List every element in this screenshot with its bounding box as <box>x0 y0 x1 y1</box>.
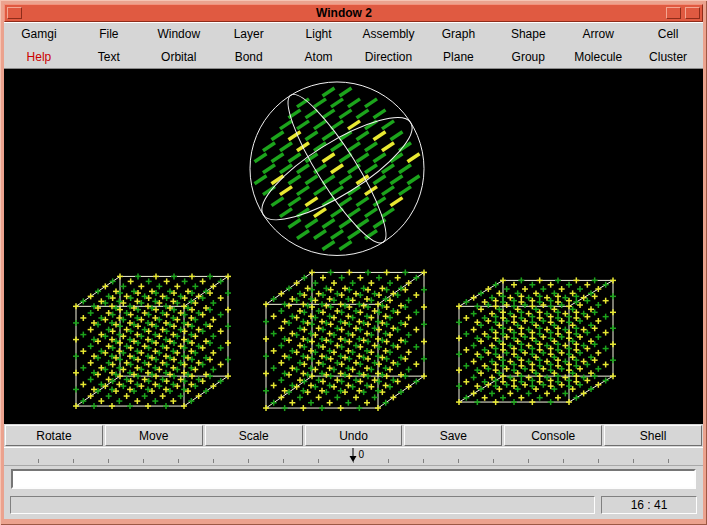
menu-row-top: Gamgi File Window Layer Light Assembly G… <box>4 22 703 45</box>
menu-item-shape[interactable]: Shape <box>493 22 563 45</box>
menu-item-gamgi[interactable]: Gamgi <box>4 22 74 45</box>
move-button[interactable]: Move <box>105 425 203 446</box>
crystal-scene <box>4 69 703 424</box>
menu-item-graph[interactable]: Graph <box>423 22 493 45</box>
ruler[interactable]: 0 <box>4 447 703 466</box>
scale-button[interactable]: Scale <box>205 425 303 446</box>
menu-item-cluster[interactable]: Cluster <box>633 45 703 68</box>
clock-text: 16 : 41 <box>631 498 668 512</box>
graphics-canvas[interactable] <box>4 69 703 424</box>
shell-button[interactable]: Shell <box>604 425 702 446</box>
save-button[interactable]: Save <box>404 425 502 446</box>
ruler-value: 0 <box>359 448 365 461</box>
undo-button[interactable]: Undo <box>305 425 403 446</box>
status-message-panel <box>10 496 595 514</box>
menu-item-orbital[interactable]: Orbital <box>144 45 214 68</box>
menu-item-arrow[interactable]: Arrow <box>563 22 633 45</box>
menu-item-help[interactable]: Help <box>4 45 74 68</box>
rotate-button[interactable]: Rotate <box>5 425 103 446</box>
menu-item-plane[interactable]: Plane <box>423 45 493 68</box>
down-arrow-icon <box>348 448 358 463</box>
console-button[interactable]: Console <box>504 425 602 446</box>
menu-bar: Gamgi File Window Layer Light Assembly G… <box>4 22 703 69</box>
menu-item-cell[interactable]: Cell <box>633 22 703 45</box>
menu-row-bottom: Help Text Orbital Bond Atom Direction Pl… <box>4 45 703 68</box>
menu-item-bond[interactable]: Bond <box>214 45 284 68</box>
menu-item-molecule[interactable]: Molecule <box>563 45 633 68</box>
ruler-marker: 0 <box>348 448 365 463</box>
maximize-button[interactable] <box>685 7 700 19</box>
menu-item-direction[interactable]: Direction <box>354 45 424 68</box>
title-bar[interactable]: Window 2 <box>4 4 703 22</box>
clock-panel: 16 : 41 <box>601 496 697 514</box>
menu-item-atom[interactable]: Atom <box>284 45 354 68</box>
menu-item-assembly[interactable]: Assembly <box>354 22 424 45</box>
menu-item-light[interactable]: Light <box>284 22 354 45</box>
menu-item-text[interactable]: Text <box>74 45 144 68</box>
menu-item-file[interactable]: File <box>74 22 144 45</box>
menu-item-layer[interactable]: Layer <box>214 22 284 45</box>
status-bar: 16 : 41 <box>4 491 703 519</box>
menu-item-group[interactable]: Group <box>493 45 563 68</box>
window-menu-button[interactable] <box>7 7 22 19</box>
app-window: Window 2 Gamgi File Window Layer Light A… <box>0 0 707 525</box>
iconify-button[interactable] <box>666 7 681 19</box>
window-title: Window 2 <box>24 5 664 21</box>
command-input[interactable] <box>11 469 696 489</box>
bottom-toolbar: Rotate Move Scale Undo Save Console Shel… <box>4 424 703 447</box>
command-row <box>4 466 703 491</box>
menu-item-window[interactable]: Window <box>144 22 214 45</box>
